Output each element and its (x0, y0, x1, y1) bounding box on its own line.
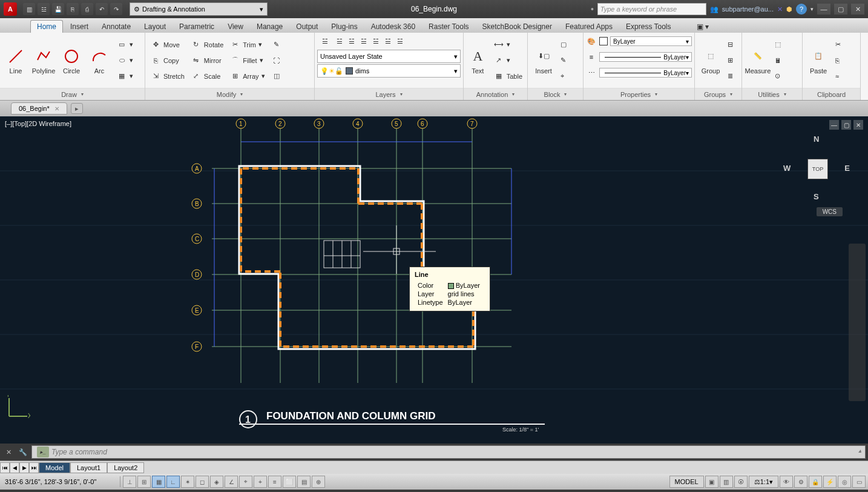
sb-quickview2-icon[interactable]: ▥ (720, 476, 733, 488)
layout-first-icon[interactable]: ⏮ (0, 462, 10, 473)
panel-title-properties[interactable]: Properties (584, 88, 694, 100)
sb-scale-dropdown[interactable]: ⚖ 1:1 ▾ (749, 476, 778, 488)
ribbon-tab-insert[interactable]: Insert (64, 21, 94, 33)
panel-title-groups[interactable]: Groups (695, 88, 741, 100)
cmd-close-icon[interactable]: ✕ (2, 446, 15, 458)
cmd-history-icon[interactable]: ▴ (858, 447, 861, 454)
stretch-button[interactable]: ⇲Stretch (148, 69, 187, 84)
layer-state-dropdown[interactable]: Unsaved Layer State▾ (317, 50, 461, 63)
app-logo-icon[interactable]: A (4, 2, 17, 16)
file-tab[interactable]: 06_Begin*✕ (11, 102, 67, 115)
color-dropdown[interactable]: ByLayer▾ (610, 36, 692, 46)
layout-prev-icon[interactable]: ◀ (10, 462, 19, 473)
match-button[interactable]: ≈ (833, 69, 843, 84)
minimize-button[interactable]: — (817, 4, 830, 15)
hatch-button[interactable]: ▦▾ (114, 69, 136, 84)
measure-button[interactable]: 📏Measure (745, 37, 771, 84)
sb-ortho-icon[interactable]: ∟ (166, 476, 180, 488)
ribbon-tab-manage[interactable]: Manage (251, 21, 289, 33)
sb-osnap-icon[interactable]: ◻ (196, 476, 209, 488)
sb-ws-icon[interactable]: ⚙ (794, 476, 807, 488)
sb-lwt-icon[interactable]: ≡ (268, 476, 281, 488)
move-button[interactable]: ✥Move (148, 38, 187, 52)
navigation-bar[interactable] (849, 244, 866, 401)
ribbon-tab-parametric[interactable]: Parametric (173, 21, 220, 33)
layer-prop-button[interactable]: ☱ (317, 34, 333, 48)
insert-button[interactable]: ⬇▢Insert (530, 37, 557, 84)
circle-button[interactable]: Circle (58, 37, 85, 84)
ribbon-tab-home[interactable]: Home (30, 20, 63, 33)
mirror-button[interactable]: ⇋Mirror (188, 53, 226, 68)
cut-button[interactable]: ✂ (833, 38, 843, 52)
text-button[interactable]: AText (466, 37, 490, 84)
explode-button[interactable]: ⛶ (269, 53, 284, 68)
create-block-button[interactable]: ▢ (558, 38, 569, 52)
group-mgr-button[interactable]: ≣ (725, 69, 735, 84)
edit-block-button[interactable]: ✎ (558, 53, 569, 68)
offset-button[interactable]: ◫ (269, 69, 284, 84)
close-button[interactable]: ✕ (851, 4, 864, 15)
wcs-label[interactable]: WCS (817, 207, 843, 216)
sb-grid-icon[interactable]: ▦ (152, 476, 165, 488)
panel-title-draw[interactable]: Draw (0, 88, 145, 100)
ribbon-tab-view[interactable]: View (222, 21, 249, 33)
sb-polar-icon[interactable]: ✶ (181, 476, 194, 488)
ribbon-tab-layout[interactable]: Layout (138, 21, 172, 33)
panel-title-annotation[interactable]: Annotation (464, 88, 527, 100)
ribbon-tab-rastertools[interactable]: Raster Tools (422, 21, 475, 33)
sb-annoscale-icon[interactable]: ⦿ (734, 476, 748, 488)
layer-off-button[interactable]: ☱ (334, 34, 345, 48)
group-button[interactable]: ⬚Group (697, 37, 724, 84)
attr-block-button[interactable]: ⌖ (558, 69, 569, 84)
layer-iso-button[interactable]: ☱ (370, 34, 381, 48)
panel-title-utilities[interactable]: Utilities (742, 88, 802, 100)
help-icon[interactable]: ? (796, 4, 807, 15)
trim-button[interactable]: ✂Trim▾ (227, 38, 267, 52)
leader-button[interactable]: ↗▾ (491, 53, 525, 68)
qat-saveas-icon[interactable]: ⎘ (67, 3, 79, 15)
ellipse-button[interactable]: ⬭▾ (114, 53, 136, 68)
rectangle-button[interactable]: ▭▾ (114, 38, 136, 52)
panel-title-block[interactable]: Block (528, 88, 583, 100)
layer-prev-button[interactable]: ☱ (395, 34, 406, 48)
drawing-canvas[interactable]: [–][Top][2D Wireframe] — ▢ ✕ 1 2 3 4 5 6… (0, 116, 868, 444)
sb-tpy-icon[interactable]: ⬜ (283, 476, 296, 488)
seek-icon[interactable]: • (591, 4, 594, 14)
layout-tab-layout2[interactable]: Layout2 (107, 462, 144, 473)
qat-print-icon[interactable]: ⎙ (81, 3, 93, 15)
user-label[interactable]: subpartner@au... (722, 5, 774, 13)
ribbon-tab-express[interactable]: Express Tools (620, 21, 677, 33)
qat-open-icon[interactable]: ☳ (38, 3, 50, 15)
ribbon-tab-autodesk360[interactable]: Autodesk 360 (365, 21, 421, 33)
select-button[interactable]: ⬚ (772, 38, 784, 52)
qat-save-icon[interactable]: 💾 (52, 3, 64, 15)
sb-toolbar-lock-icon[interactable]: 🔒 (809, 476, 822, 488)
ribbon-tab-extra-icon[interactable]: ▣ ▾ (691, 21, 715, 33)
sb-isolate-icon[interactable]: ◎ (838, 476, 851, 488)
new-tab-button[interactable]: ▸ (71, 103, 83, 114)
dimension-button[interactable]: ⟷▾ (491, 38, 525, 52)
layout-tab-model[interactable]: Model (39, 462, 70, 473)
copy-button[interactable]: ⎘Copy (148, 53, 187, 68)
layer-freeze-button[interactable]: ☱ (346, 34, 357, 48)
group-edit-button[interactable]: ⊞ (725, 53, 735, 68)
sb-quickview-icon[interactable]: ▣ (705, 476, 718, 488)
command-input[interactable]: ▸_ Type a command ▴ (31, 445, 866, 459)
ribbon-tab-plugins[interactable]: Plug-ins (325, 21, 363, 33)
qat-redo-icon[interactable]: ↷ (110, 3, 122, 15)
sb-ducs-icon[interactable]: ⌖ (239, 476, 252, 488)
sb-cleanscreen-icon[interactable]: ▭ (852, 476, 866, 488)
point-button[interactable]: ⊙ (772, 69, 784, 84)
layout-tab-layout1[interactable]: Layout1 (70, 462, 107, 473)
erase-button[interactable]: ✎ (269, 38, 284, 52)
table-button[interactable]: ▦Table (491, 69, 525, 84)
rotate-button[interactable]: ↻Rotate (188, 38, 226, 52)
ribbon-tab-featured[interactable]: Featured Apps (559, 21, 619, 33)
cmd-options-icon[interactable]: 🔧 (17, 446, 29, 458)
layout-last-icon[interactable]: ⏭ (29, 462, 39, 473)
layer-current-dropdown[interactable]: 💡 ☀ 🔓 dims▾ (317, 64, 461, 78)
qat-undo-icon[interactable]: ↶ (96, 3, 108, 15)
ribbon-tab-output[interactable]: Output (290, 21, 324, 33)
linetype-dropdown[interactable]: ByLayer▾ (599, 68, 692, 78)
lineweight-dropdown[interactable]: ByLayer▾ (599, 52, 692, 62)
